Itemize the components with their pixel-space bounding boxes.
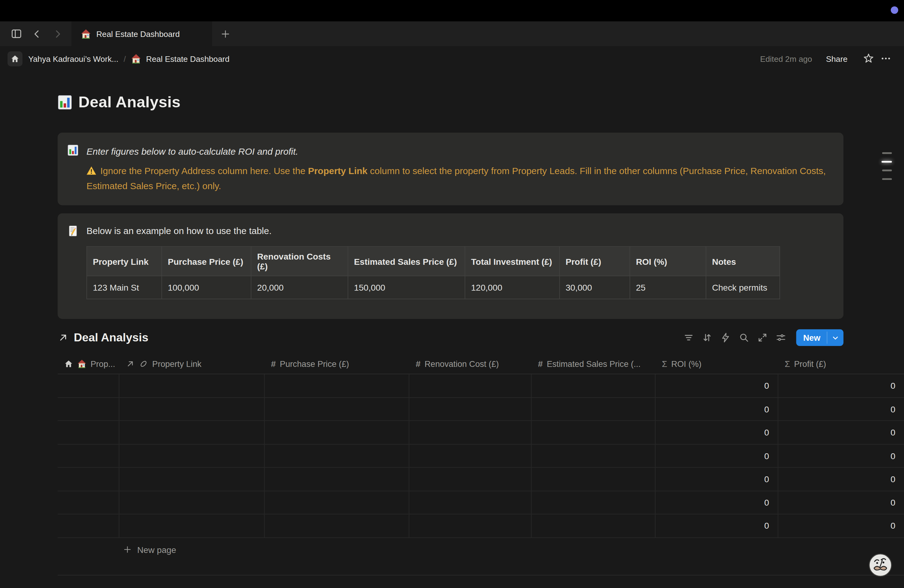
home-icon[interactable] (7, 51, 22, 66)
db-column-header[interactable]: ΣProfit (£) (778, 359, 904, 368)
more-icon[interactable] (877, 51, 894, 67)
new-button[interactable]: New (797, 329, 844, 346)
outline-indicator[interactable] (882, 152, 892, 180)
db-cell[interactable] (265, 398, 409, 420)
db-cell[interactable] (58, 514, 120, 537)
db-cell[interactable] (119, 374, 265, 397)
db-cell[interactable] (265, 514, 409, 537)
example-column-header[interactable]: Purchase Price (£) (162, 247, 251, 276)
new-page-button[interactable]: New page (115, 537, 904, 561)
db-cell[interactable]: 0 (778, 398, 904, 420)
db-cell[interactable] (58, 421, 120, 444)
example-cell[interactable]: Check permits (706, 276, 780, 299)
search-icon[interactable] (736, 330, 751, 345)
db-cell[interactable]: 0 (778, 468, 904, 490)
db-cell[interactable] (58, 398, 120, 420)
db-cell[interactable] (409, 514, 532, 537)
db-cell[interactable]: 0 (656, 398, 778, 420)
db-column-header[interactable]: ΣROI (%) (656, 359, 778, 368)
example-cell[interactable]: 150,000 (348, 276, 465, 299)
example-column-header[interactable]: ROI (%) (630, 247, 706, 276)
star-icon[interactable] (860, 51, 877, 67)
db-cell[interactable]: 0 (778, 444, 904, 467)
example-column-header[interactable]: Estimated Sales Price (£) (348, 247, 465, 276)
db-cell[interactable] (119, 421, 265, 444)
db-table-row[interactable]: 00 (58, 514, 904, 538)
example-cell[interactable]: 100,000 (162, 276, 251, 299)
db-cell[interactable] (532, 491, 656, 514)
db-table-row[interactable]: 00 (58, 398, 904, 421)
db-cell[interactable] (119, 444, 265, 467)
example-cell[interactable]: 20,000 (251, 276, 348, 299)
db-cell[interactable] (119, 514, 265, 537)
avatar[interactable] (868, 553, 893, 577)
outline-dash[interactable] (882, 169, 892, 171)
db-cell[interactable] (265, 491, 409, 514)
db-cell[interactable] (532, 421, 656, 444)
db-cell[interactable] (532, 468, 656, 490)
db-table-row[interactable]: 00 (58, 444, 904, 468)
db-cell[interactable]: 0 (778, 421, 904, 444)
db-table-row[interactable]: 00 (58, 468, 904, 491)
db-cell[interactable]: 0 (656, 514, 778, 537)
db-cell[interactable] (58, 491, 120, 514)
database-title[interactable]: Deal Analysis (58, 331, 149, 344)
db-cell[interactable] (409, 374, 532, 397)
example-cell[interactable]: 123 Main St (87, 276, 162, 299)
db-column-header[interactable]: Prop... (58, 359, 120, 368)
db-cell[interactable] (265, 468, 409, 490)
db-cell[interactable]: 0 (778, 374, 904, 397)
db-table-row[interactable]: 00 (58, 491, 904, 514)
db-column-header[interactable]: #Renovation Cost (£) (409, 359, 532, 368)
filter-icon[interactable] (681, 330, 696, 345)
db-column-header[interactable]: #Purchase Price (£) (265, 359, 409, 368)
db-cell[interactable] (119, 468, 265, 490)
example-column-header[interactable]: Profit (£) (559, 247, 630, 276)
example-cell[interactable]: 30,000 (559, 276, 630, 299)
db-cell[interactable] (409, 421, 532, 444)
db-cell[interactable] (409, 468, 532, 490)
db-cell[interactable]: 0 (656, 444, 778, 467)
new-button-chevron-down-icon[interactable] (827, 329, 844, 346)
example-column-header[interactable]: Renovation Costs (£) (251, 247, 348, 276)
outline-dash[interactable] (882, 161, 892, 163)
db-table-row[interactable]: 00 (58, 421, 904, 444)
share-button[interactable]: Share (826, 54, 847, 63)
forward-icon[interactable] (49, 25, 66, 42)
db-cell[interactable]: 0 (656, 491, 778, 514)
db-cell[interactable]: 0 (656, 421, 778, 444)
db-cell[interactable] (532, 374, 656, 397)
db-cell[interactable] (58, 444, 120, 467)
db-cell[interactable] (409, 398, 532, 420)
breadcrumb-page[interactable]: Real Estate Dashboard (131, 53, 229, 64)
db-cell[interactable]: 0 (656, 374, 778, 397)
example-cell[interactable]: 120,000 (465, 276, 559, 299)
db-cell[interactable] (532, 398, 656, 420)
db-cell[interactable] (409, 444, 532, 467)
new-tab-icon[interactable] (212, 21, 239, 46)
db-cell[interactable]: 0 (778, 491, 904, 514)
db-cell[interactable] (532, 514, 656, 537)
example-column-header[interactable]: Notes (706, 247, 780, 276)
view-settings-icon[interactable] (773, 330, 789, 345)
breadcrumb-workspace[interactable]: Yahya Kadraoui’s Work... (28, 54, 119, 63)
example-cell[interactable]: 25 (630, 276, 706, 299)
example-column-header[interactable]: Property Link (87, 247, 162, 276)
outline-dash[interactable] (882, 178, 892, 180)
db-cell[interactable] (265, 444, 409, 467)
db-cell[interactable] (265, 374, 409, 397)
db-table-row[interactable]: 00 (58, 374, 904, 398)
example-column-header[interactable]: Total Investment (£) (465, 247, 559, 276)
db-cell[interactable] (58, 468, 120, 490)
db-column-header[interactable]: Property Link (119, 359, 265, 368)
automation-icon[interactable] (718, 330, 733, 345)
db-cell[interactable] (532, 444, 656, 467)
db-cell[interactable] (265, 421, 409, 444)
db-cell[interactable] (119, 491, 265, 514)
sort-icon[interactable] (700, 330, 714, 345)
new-button-label[interactable]: New (797, 329, 827, 346)
db-cell[interactable]: 0 (778, 514, 904, 537)
db-column-header[interactable]: #Estimated Sales Price (... (532, 359, 656, 368)
tab-real-estate-dashboard[interactable]: Real Estate Dashboard (72, 21, 212, 46)
back-icon[interactable] (29, 25, 45, 42)
